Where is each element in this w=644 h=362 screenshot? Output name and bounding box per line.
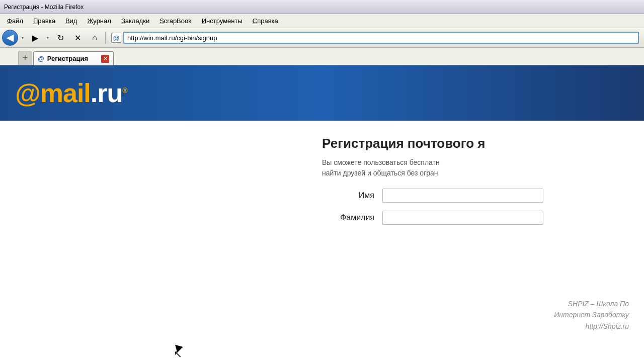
menu-bookmarks[interactable]: Закладки xyxy=(116,15,154,27)
tab-registration[interactable]: @ Регистрация ✕ xyxy=(33,51,114,65)
menu-bar: Файл Правка Вид Журнал Закладки ScrapBoo… xyxy=(0,14,644,28)
firstname-input[interactable] xyxy=(382,189,543,203)
form-area: Регистрация почтового ящика Вы сможете п… xyxy=(0,121,644,248)
logo-dot-ru: .ru xyxy=(91,78,122,108)
form-heading: Регистрация почтового ящика xyxy=(322,136,629,151)
back-button[interactable]: ◀ xyxy=(2,30,18,46)
address-bar-container: @ xyxy=(111,32,639,44)
menu-view[interactable]: Вид xyxy=(60,15,83,27)
subtitle-line1: Вы сможете пользоваться бесплатным xyxy=(322,158,449,166)
home-button[interactable]: ⌂ xyxy=(87,30,103,46)
back-dropdown[interactable]: ▾ xyxy=(19,30,26,46)
menu-history[interactable]: Журнал xyxy=(82,15,116,27)
mailru-logo: @mail.ru® xyxy=(15,78,127,108)
form-right-panel: Регистрация почтового ящика Вы сможете п… xyxy=(307,136,644,233)
logo-mail: mail xyxy=(40,78,91,108)
title-bar-text: Регистрация - Mozilla Firefox xyxy=(4,4,84,11)
toolbar: ◀ ▾ ▶ ▾ ↻ ✕ ⌂ @ xyxy=(0,28,644,48)
lastname-input[interactable] xyxy=(382,211,543,225)
menu-edit[interactable]: Правка xyxy=(28,15,60,27)
menu-tools[interactable]: Инструменты xyxy=(197,15,248,27)
form-left-panel xyxy=(0,136,307,233)
tab-favicon: @ xyxy=(38,55,44,62)
firstname-label: Имя xyxy=(322,191,382,200)
page-content: @mail.ru® Регистрация почтового ящика Вы… xyxy=(0,65,644,362)
tab-label: Регистрация xyxy=(47,55,98,62)
logo-at: @ xyxy=(15,78,40,108)
watermark: SHPIZ – Школа По Интернет Заработку http… xyxy=(554,298,629,332)
menu-help[interactable]: Справка xyxy=(248,15,283,27)
logo-registered: ® xyxy=(122,86,127,95)
watermark-line3: http://Shpiz.ru xyxy=(554,321,629,332)
mailru-header: @mail.ru® xyxy=(0,65,644,121)
tabs-bar: + @ Регистрация ✕ xyxy=(0,48,644,65)
address-favicon: @ xyxy=(111,33,121,43)
new-tab-button[interactable]: + xyxy=(18,51,32,65)
watermark-line1: SHPIZ – Школа По xyxy=(554,298,629,309)
watermark-line2: Интернет Заработку xyxy=(554,309,629,320)
subtitle-line2: найти друзей и общаться без ограничений xyxy=(322,169,461,177)
forward-dropdown[interactable]: ▾ xyxy=(44,30,51,46)
reload-button[interactable]: ↻ xyxy=(52,30,68,46)
form-subtitle: Вы сможете пользоваться бесплатным найти… xyxy=(322,157,629,178)
forward-button[interactable]: ▶ xyxy=(27,30,43,46)
field-row-lastname: Фамилия xyxy=(322,211,629,225)
field-row-firstname: Имя xyxy=(322,189,629,203)
toolbar-separator xyxy=(105,32,106,44)
tab-close-button[interactable]: ✕ xyxy=(101,55,109,63)
menu-scrapbook[interactable]: ScrapBook xyxy=(154,15,197,27)
lastname-label: Фамилия xyxy=(322,213,382,222)
stop-button[interactable]: ✕ xyxy=(69,30,86,46)
address-input[interactable] xyxy=(123,32,639,44)
menu-file[interactable]: Файл xyxy=(2,15,28,27)
title-bar: Регистрация - Mozilla Firefox xyxy=(0,0,644,14)
